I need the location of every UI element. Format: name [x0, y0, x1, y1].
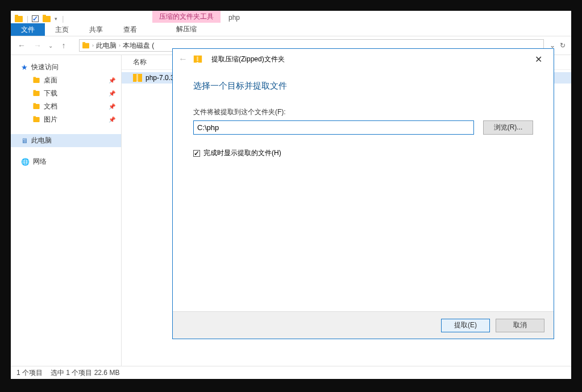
folder-icon — [32, 77, 40, 85]
dialog-title: 提取压缩(Zipped)文件夹 — [211, 55, 285, 64]
folder-icon — [32, 90, 40, 98]
dialog-body: 选择一个目标并提取文件 文件将被提取到这个文件夹(F): 浏览(R)... ✓ … — [173, 69, 554, 311]
close-icon[interactable]: ✕ — [529, 52, 548, 67]
qat-checkbox[interactable]: ✓ — [32, 15, 39, 22]
navigation-pane: ★ 快速访问 桌面 📌 下载 📌 文档 📌 — [11, 55, 122, 366]
qat-divider: | — [62, 15, 64, 23]
up-arrow-icon[interactable]: ↑ — [59, 41, 69, 50]
zip-icon — [194, 56, 202, 63]
status-item-count: 1 个项目 — [16, 368, 43, 378]
dropdown-caret-icon[interactable]: ▾ — [55, 16, 57, 22]
navpane-item-documents[interactable]: 文档 📌 — [11, 100, 121, 113]
pc-icon: 🖥 — [21, 137, 28, 145]
network-icon: 🌐 — [21, 158, 30, 166]
forward-arrow-icon[interactable]: → — [32, 41, 43, 50]
tab-home[interactable]: 主页 — [45, 23, 79, 36]
navpane-label: 此电脑 — [31, 136, 52, 145]
navpane-item-label: 图片 — [44, 115, 57, 124]
file-name: php-7.0.3 — [146, 74, 174, 82]
cancel-button[interactable]: 取消 — [496, 319, 544, 332]
navpane-item-label: 桌面 — [44, 76, 57, 85]
navpane-item-desktop[interactable]: 桌面 📌 — [11, 74, 121, 87]
destination-input[interactable] — [193, 120, 474, 135]
extract-dialog: ← 提取压缩(Zipped)文件夹 ✕ 选择一个目标并提取文件 文件将被提取到这… — [172, 48, 554, 339]
folder-icon — [14, 14, 23, 23]
navpane-item-label: 文档 — [44, 102, 57, 111]
browse-button[interactable]: 浏览(R)... — [483, 120, 533, 135]
status-selection: 选中 1 个项目 22.6 MB — [51, 368, 119, 378]
navpane-label: 网络 — [33, 157, 47, 166]
extract-button[interactable]: 提取(E) — [441, 319, 490, 332]
zip-icon — [133, 74, 142, 82]
dialog-footer: 提取(E) 取消 — [173, 311, 554, 339]
tab-extract[interactable]: 解压缩 — [166, 23, 207, 36]
navpane-this-pc[interactable]: 🖥 此电脑 — [11, 134, 121, 147]
checkbox-label: 完成时显示提取的文件(H) — [203, 148, 281, 158]
tab-view[interactable]: 查看 — [113, 23, 147, 36]
breadcrumb-segment[interactable]: 此电脑 — [96, 41, 117, 51]
chevron-right-icon[interactable]: › — [119, 43, 120, 48]
back-arrow-icon[interactable]: ← — [16, 41, 27, 50]
quick-access-toolbar: | ✓ ▾ | — [11, 14, 67, 23]
back-arrow-icon[interactable]: ← — [178, 54, 188, 64]
qat-divider: | — [27, 15, 28, 23]
navpane-quick-access[interactable]: ★ 快速访问 — [11, 61, 121, 74]
folder-icon — [42, 14, 51, 23]
contextual-tab-group: 压缩的文件夹工具 解压缩 — [152, 11, 221, 36]
navpane-network[interactable]: 🌐 网络 — [11, 155, 121, 168]
show-files-checkbox[interactable]: ✓ 完成时显示提取的文件(H) — [193, 148, 533, 158]
chevron-right-icon[interactable]: › — [92, 43, 94, 48]
checkbox-icon: ✓ — [193, 150, 200, 157]
recent-caret-icon[interactable]: ⌄ — [48, 43, 53, 49]
breadcrumb-segment[interactable]: 本地磁盘 ( — [123, 41, 154, 51]
pin-icon: 📌 — [109, 116, 115, 123]
destination-label: 文件将被提取到这个文件夹(F): — [193, 107, 533, 117]
window-title: php — [228, 14, 240, 22]
dialog-titlebar: ← 提取压缩(Zipped)文件夹 ✕ — [173, 49, 554, 69]
navpane-item-pictures[interactable]: 图片 📌 — [11, 113, 121, 126]
refresh-icon[interactable]: ↻ — [560, 41, 566, 49]
tab-file[interactable]: 文件 — [11, 23, 45, 36]
pin-icon: 📌 — [109, 77, 115, 84]
status-bar: 1 个项目 选中 1 个项目 22.6 MB — [11, 366, 571, 379]
folder-icon — [32, 116, 40, 124]
ribbon: 压缩的文件夹工具 解压缩 php 文件 主页 共享 查看 — [11, 23, 571, 36]
folder-icon — [32, 103, 40, 111]
navpane-item-downloads[interactable]: 下载 📌 — [11, 87, 121, 100]
star-icon: ★ — [21, 63, 28, 72]
pin-icon: 📌 — [109, 103, 115, 110]
contextual-group-label: 压缩的文件夹工具 — [152, 11, 221, 23]
folder-icon — [82, 41, 90, 49]
pin-icon: 📌 — [109, 90, 115, 97]
tab-share[interactable]: 共享 — [79, 23, 113, 36]
navpane-label: 快速访问 — [31, 62, 59, 72]
dialog-heading: 选择一个目标并提取文件 — [193, 81, 533, 91]
title-bar: | ✓ ▾ | — [11, 11, 571, 23]
navpane-item-label: 下载 — [44, 89, 57, 98]
